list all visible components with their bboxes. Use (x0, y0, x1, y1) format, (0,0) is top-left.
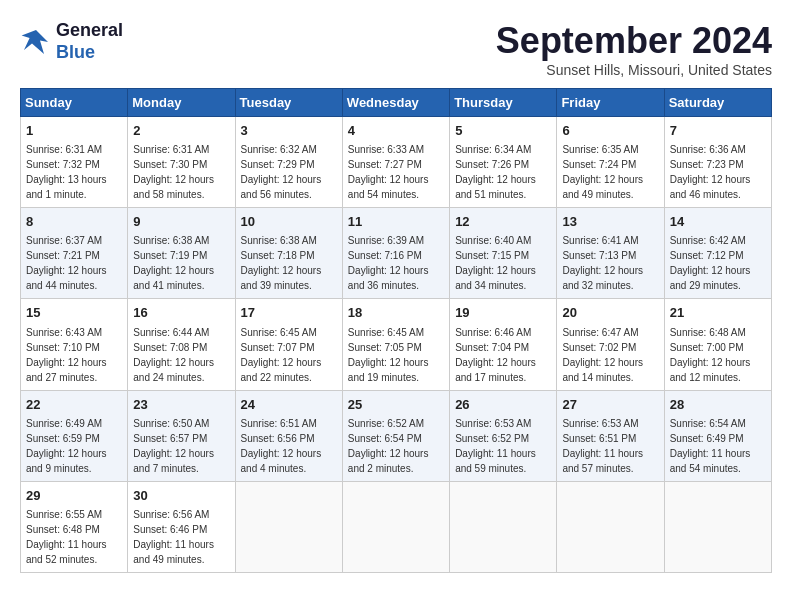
calendar-cell: 5Sunrise: 6:34 AMSunset: 7:26 PMDaylight… (450, 117, 557, 208)
week-row-4: 22Sunrise: 6:49 AMSunset: 6:59 PMDayligh… (21, 390, 772, 481)
cell-details: Sunrise: 6:53 AMSunset: 6:51 PMDaylight:… (562, 418, 643, 474)
cell-details: Sunrise: 6:51 AMSunset: 6:56 PMDaylight:… (241, 418, 322, 474)
calendar-cell: 6Sunrise: 6:35 AMSunset: 7:24 PMDaylight… (557, 117, 664, 208)
cell-details: Sunrise: 6:43 AMSunset: 7:10 PMDaylight:… (26, 327, 107, 383)
calendar-cell: 21Sunrise: 6:48 AMSunset: 7:00 PMDayligh… (664, 299, 771, 390)
column-header-thursday: Thursday (450, 89, 557, 117)
calendar-cell: 1Sunrise: 6:31 AMSunset: 7:32 PMDaylight… (21, 117, 128, 208)
svg-marker-0 (22, 30, 48, 54)
logo-text: GeneralBlue (56, 20, 123, 63)
cell-details: Sunrise: 6:36 AMSunset: 7:23 PMDaylight:… (670, 144, 751, 200)
column-header-tuesday: Tuesday (235, 89, 342, 117)
calendar-cell: 7Sunrise: 6:36 AMSunset: 7:23 PMDaylight… (664, 117, 771, 208)
day-number: 30 (133, 487, 229, 505)
cell-details: Sunrise: 6:33 AMSunset: 7:27 PMDaylight:… (348, 144, 429, 200)
day-number: 2 (133, 122, 229, 140)
cell-details: Sunrise: 6:37 AMSunset: 7:21 PMDaylight:… (26, 235, 107, 291)
calendar-cell: 20Sunrise: 6:47 AMSunset: 7:02 PMDayligh… (557, 299, 664, 390)
cell-details: Sunrise: 6:34 AMSunset: 7:26 PMDaylight:… (455, 144, 536, 200)
week-row-2: 8Sunrise: 6:37 AMSunset: 7:21 PMDaylight… (21, 208, 772, 299)
calendar-cell: 27Sunrise: 6:53 AMSunset: 6:51 PMDayligh… (557, 390, 664, 481)
calendar-cell: 26Sunrise: 6:53 AMSunset: 6:52 PMDayligh… (450, 390, 557, 481)
calendar-cell: 9Sunrise: 6:38 AMSunset: 7:19 PMDaylight… (128, 208, 235, 299)
calendar-cell (664, 481, 771, 572)
cell-details: Sunrise: 6:45 AMSunset: 7:05 PMDaylight:… (348, 327, 429, 383)
calendar-cell: 14Sunrise: 6:42 AMSunset: 7:12 PMDayligh… (664, 208, 771, 299)
calendar-cell: 18Sunrise: 6:45 AMSunset: 7:05 PMDayligh… (342, 299, 449, 390)
day-number: 16 (133, 304, 229, 322)
column-header-monday: Monday (128, 89, 235, 117)
cell-details: Sunrise: 6:31 AMSunset: 7:32 PMDaylight:… (26, 144, 107, 200)
calendar-cell: 24Sunrise: 6:51 AMSunset: 6:56 PMDayligh… (235, 390, 342, 481)
cell-details: Sunrise: 6:42 AMSunset: 7:12 PMDaylight:… (670, 235, 751, 291)
day-number: 21 (670, 304, 766, 322)
calendar-cell: 16Sunrise: 6:44 AMSunset: 7:08 PMDayligh… (128, 299, 235, 390)
day-number: 11 (348, 213, 444, 231)
cell-details: Sunrise: 6:40 AMSunset: 7:15 PMDaylight:… (455, 235, 536, 291)
calendar-table: SundayMondayTuesdayWednesdayThursdayFrid… (20, 88, 772, 573)
calendar-cell: 30Sunrise: 6:56 AMSunset: 6:46 PMDayligh… (128, 481, 235, 572)
calendar-cell: 22Sunrise: 6:49 AMSunset: 6:59 PMDayligh… (21, 390, 128, 481)
calendar-cell: 13Sunrise: 6:41 AMSunset: 7:13 PMDayligh… (557, 208, 664, 299)
calendar-cell: 29Sunrise: 6:55 AMSunset: 6:48 PMDayligh… (21, 481, 128, 572)
day-number: 5 (455, 122, 551, 140)
cell-details: Sunrise: 6:32 AMSunset: 7:29 PMDaylight:… (241, 144, 322, 200)
cell-details: Sunrise: 6:52 AMSunset: 6:54 PMDaylight:… (348, 418, 429, 474)
column-header-friday: Friday (557, 89, 664, 117)
day-number: 23 (133, 396, 229, 414)
cell-details: Sunrise: 6:47 AMSunset: 7:02 PMDaylight:… (562, 327, 643, 383)
calendar-cell: 23Sunrise: 6:50 AMSunset: 6:57 PMDayligh… (128, 390, 235, 481)
day-number: 22 (26, 396, 122, 414)
cell-details: Sunrise: 6:49 AMSunset: 6:59 PMDaylight:… (26, 418, 107, 474)
day-number: 14 (670, 213, 766, 231)
day-number: 20 (562, 304, 658, 322)
column-header-saturday: Saturday (664, 89, 771, 117)
week-row-5: 29Sunrise: 6:55 AMSunset: 6:48 PMDayligh… (21, 481, 772, 572)
calendar-cell: 25Sunrise: 6:52 AMSunset: 6:54 PMDayligh… (342, 390, 449, 481)
day-number: 13 (562, 213, 658, 231)
location: Sunset Hills, Missouri, United States (496, 62, 772, 78)
calendar-cell (450, 481, 557, 572)
week-row-3: 15Sunrise: 6:43 AMSunset: 7:10 PMDayligh… (21, 299, 772, 390)
day-number: 8 (26, 213, 122, 231)
day-number: 28 (670, 396, 766, 414)
month-title: September 2024 (496, 20, 772, 62)
day-number: 10 (241, 213, 337, 231)
day-number: 4 (348, 122, 444, 140)
week-row-1: 1Sunrise: 6:31 AMSunset: 7:32 PMDaylight… (21, 117, 772, 208)
calendar-cell: 19Sunrise: 6:46 AMSunset: 7:04 PMDayligh… (450, 299, 557, 390)
day-number: 15 (26, 304, 122, 322)
calendar-cell: 28Sunrise: 6:54 AMSunset: 6:49 PMDayligh… (664, 390, 771, 481)
cell-details: Sunrise: 6:46 AMSunset: 7:04 PMDaylight:… (455, 327, 536, 383)
calendar-cell: 4Sunrise: 6:33 AMSunset: 7:27 PMDaylight… (342, 117, 449, 208)
cell-details: Sunrise: 6:35 AMSunset: 7:24 PMDaylight:… (562, 144, 643, 200)
calendar-cell: 3Sunrise: 6:32 AMSunset: 7:29 PMDaylight… (235, 117, 342, 208)
logo-icon (20, 26, 52, 58)
cell-details: Sunrise: 6:48 AMSunset: 7:00 PMDaylight:… (670, 327, 751, 383)
cell-details: Sunrise: 6:54 AMSunset: 6:49 PMDaylight:… (670, 418, 751, 474)
calendar-cell: 12Sunrise: 6:40 AMSunset: 7:15 PMDayligh… (450, 208, 557, 299)
cell-details: Sunrise: 6:50 AMSunset: 6:57 PMDaylight:… (133, 418, 214, 474)
calendar-cell: 17Sunrise: 6:45 AMSunset: 7:07 PMDayligh… (235, 299, 342, 390)
cell-details: Sunrise: 6:56 AMSunset: 6:46 PMDaylight:… (133, 509, 214, 565)
cell-details: Sunrise: 6:55 AMSunset: 6:48 PMDaylight:… (26, 509, 107, 565)
day-number: 19 (455, 304, 551, 322)
calendar-cell: 8Sunrise: 6:37 AMSunset: 7:21 PMDaylight… (21, 208, 128, 299)
day-number: 6 (562, 122, 658, 140)
calendar-cell (235, 481, 342, 572)
day-number: 29 (26, 487, 122, 505)
day-number: 24 (241, 396, 337, 414)
header: GeneralBlue September 2024 Sunset Hills,… (20, 20, 772, 78)
cell-details: Sunrise: 6:45 AMSunset: 7:07 PMDaylight:… (241, 327, 322, 383)
day-number: 26 (455, 396, 551, 414)
title-area: September 2024 Sunset Hills, Missouri, U… (496, 20, 772, 78)
day-number: 18 (348, 304, 444, 322)
day-number: 12 (455, 213, 551, 231)
cell-details: Sunrise: 6:38 AMSunset: 7:19 PMDaylight:… (133, 235, 214, 291)
cell-details: Sunrise: 6:31 AMSunset: 7:30 PMDaylight:… (133, 144, 214, 200)
day-number: 9 (133, 213, 229, 231)
calendar-cell: 2Sunrise: 6:31 AMSunset: 7:30 PMDaylight… (128, 117, 235, 208)
day-number: 1 (26, 122, 122, 140)
calendar-cell (342, 481, 449, 572)
day-number: 27 (562, 396, 658, 414)
